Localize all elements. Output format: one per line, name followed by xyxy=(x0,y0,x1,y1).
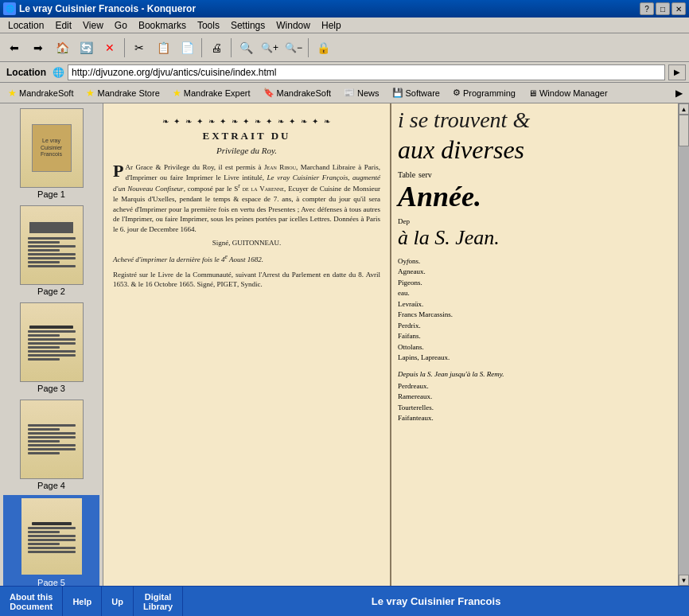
menu-location[interactable]: Location xyxy=(3,18,49,33)
titlebar: 🌐 Le vray Cuisinier Francois - Konqueror… xyxy=(0,0,689,18)
table-header: Table serv xyxy=(398,170,671,179)
digital-line1: Digital xyxy=(145,592,172,602)
menu-go[interactable]: Go xyxy=(110,18,132,33)
find-button[interactable]: 🔍 xyxy=(235,37,257,59)
bookmarks-more-button[interactable]: ▶ xyxy=(672,86,686,100)
bookmark-mandrakesoft-1[interactable]: ★ MandrakeSoft xyxy=(3,86,78,100)
menu-tools[interactable]: Tools xyxy=(193,18,224,33)
scroll-thumb[interactable] xyxy=(679,115,689,146)
security-button[interactable]: 🔒 xyxy=(312,37,334,59)
bookmark-mandrakesoft-2[interactable]: 🔖 MandrakeSoft xyxy=(259,86,336,99)
thumbnail-image-1: Le vrayCuisinierFrancois xyxy=(20,108,84,188)
dep-label-display: Dep xyxy=(398,217,671,225)
minimize-button[interactable]: ? xyxy=(640,2,654,15)
viewer-scrollbar: ▲ ▼ xyxy=(678,103,689,586)
left-page: ❧ ✦ ❧ ✦ ❧ ✦ ❧ ✦ ❧ ✦ ❧ ✦ ❧ ✦ ❧ EXTRAIT DU… xyxy=(103,103,390,586)
thumbnail-image-5 xyxy=(20,497,84,576)
close-button[interactable]: ✕ xyxy=(671,2,686,15)
registre-text: Registré sur le Livre de la Communauté, … xyxy=(113,270,380,290)
toolbar-separator4 xyxy=(308,38,309,57)
maximize-button[interactable]: □ xyxy=(656,2,670,15)
list-item: Ottolans. xyxy=(398,342,671,353)
star-icon: ★ xyxy=(173,88,181,99)
scroll-down-button[interactable]: ▼ xyxy=(679,575,689,586)
scroll-up-button[interactable]: ▲ xyxy=(679,103,689,115)
toolbar-separator2 xyxy=(201,38,202,57)
saint-jean-label: à la S. Jean. xyxy=(398,226,500,249)
zoom-out-button[interactable]: 🔍− xyxy=(282,37,305,59)
signed-guitonneau: Signé, GUITONNEAU. xyxy=(113,239,380,248)
reload-button[interactable]: 🔄 xyxy=(75,37,97,59)
annee-text: Année. xyxy=(398,182,671,211)
zoom-in-button[interactable]: 🔍+ xyxy=(259,37,281,59)
right-page-content: i se trouvent & aux diverses Table serv … xyxy=(391,103,678,586)
large-text-line2: aux diverses xyxy=(398,135,524,164)
document-spread: ❧ ✦ ❧ ✦ ❧ ✦ ❧ ✦ ❧ ✦ ❧ ✦ ❧ ✦ ❧ EXTRAIT DU… xyxy=(103,103,678,586)
copy-button[interactable]: 📋 xyxy=(152,37,174,59)
forward-button[interactable]: ➡ xyxy=(27,37,49,59)
titlebar-left: 🌐 Le vray Cuisinier Francois - Konqueror xyxy=(3,2,196,15)
bookmark-label: Mandrake Expert xyxy=(184,88,251,98)
page4-label: Page 4 xyxy=(37,481,65,490)
bookmarksbar: ★ MandrakeSoft ★ Mandrake Store ★ Mandra… xyxy=(0,83,689,103)
toolbar-separator3 xyxy=(231,38,232,57)
list-item: Perdrix. xyxy=(398,321,671,332)
home-button[interactable]: 🏠 xyxy=(51,37,73,59)
toolbar: ⬅ ➡ 🏠 🔄 ✕ ✂ 📋 📄 🖨 🔍 🔍+ 🔍− 🔒 xyxy=(0,33,689,62)
help-button[interactable]: Help xyxy=(63,587,102,616)
annee-label: Année. xyxy=(398,181,481,212)
thumbnail-list: Le vrayCuisinierFrancois Page 1 xyxy=(0,103,103,586)
bookmark-window-manager[interactable]: 🖥 Window Manager xyxy=(524,87,613,99)
bookmark-programming[interactable]: ⚙ Programming xyxy=(448,86,520,99)
menu-edit[interactable]: Edit xyxy=(50,18,76,33)
about-line2: Document xyxy=(10,602,53,611)
bookmark-mandrake-expert[interactable]: ★ Mandrake Expert xyxy=(168,86,255,100)
location-go-button[interactable]: ▶ xyxy=(668,64,686,80)
page2-label: Page 2 xyxy=(37,287,65,296)
page-subtitle-privilege: Privilege du Roy. xyxy=(113,145,380,156)
bookmark-label: News xyxy=(357,88,380,98)
star-icon: ★ xyxy=(86,88,95,99)
bookmark-mandrake-store[interactable]: ★ Mandrake Store xyxy=(81,86,164,100)
menu-settings[interactable]: Settings xyxy=(226,18,270,33)
thumbnail-page4[interactable]: Page 4 xyxy=(3,398,99,492)
thumbnail-sidebar: Le vrayCuisinierFrancois Page 1 xyxy=(0,103,103,586)
print-button[interactable]: 🖨 xyxy=(205,37,228,59)
thumbnail-page5[interactable]: Page 5 xyxy=(3,495,99,586)
bookmark-icon: 📰 xyxy=(344,88,355,98)
menu-view[interactable]: View xyxy=(78,18,108,33)
thumbnail-page3[interactable]: Page 3 xyxy=(3,301,99,395)
stop-button[interactable]: ✕ xyxy=(99,37,121,59)
bookmark-software[interactable]: 💾 Software xyxy=(387,86,445,99)
large-text-2: aux diverses xyxy=(398,136,671,164)
paste-button[interactable]: 📄 xyxy=(176,37,198,59)
thumbnail-image-4 xyxy=(20,400,84,479)
menu-bookmarks[interactable]: Bookmarks xyxy=(134,18,191,33)
thumbnail-page1[interactable]: Le vrayCuisinierFrancois Page 1 xyxy=(3,107,99,201)
thumbnail-image-3 xyxy=(20,302,84,382)
menu-window[interactable]: Window xyxy=(271,18,315,33)
app-icon: 🌐 xyxy=(3,2,16,15)
bookmark-news[interactable]: 📰 News xyxy=(339,86,384,99)
privilege-text: PAr Grace & Privilege du Roy, il est per… xyxy=(113,162,380,234)
location-label: Location xyxy=(3,67,49,78)
locationbar: Location 🌐 ▶ xyxy=(0,62,689,83)
scroll-track[interactable] xyxy=(679,115,689,575)
back-button[interactable]: ⬅ xyxy=(3,37,25,59)
menu-help[interactable]: Help xyxy=(317,18,346,33)
saint-jean-text: à la S. Jean. xyxy=(398,227,671,250)
page5-label: Page 5 xyxy=(37,578,65,586)
left-page-content: ❧ ✦ ❧ ✦ ❧ ✦ ❧ ✦ ❧ ✦ ❧ ✦ ❧ ✦ ❧ EXTRAIT DU… xyxy=(103,103,390,296)
about-document-button[interactable]: About this Document xyxy=(0,587,63,616)
location-input[interactable] xyxy=(68,64,665,80)
page3-label: Page 3 xyxy=(37,384,65,393)
digital-library-button[interactable]: Digital Library xyxy=(134,587,183,616)
bookmark-label: Software xyxy=(406,88,440,98)
main-content: Le vrayCuisinierFrancois Page 1 xyxy=(0,103,689,586)
thumbnail-page2[interactable]: Page 2 xyxy=(3,204,99,298)
ornament-top: ❧ ✦ ❧ ✦ ❧ ✦ ❧ ✦ ❧ ✦ ❧ ✦ ❧ ✦ ❧ xyxy=(113,116,380,127)
bookmark-icon: 💾 xyxy=(392,88,403,98)
cut-button[interactable]: ✂ xyxy=(128,37,150,59)
up-button[interactable]: Up xyxy=(102,587,134,616)
serve-label: serv xyxy=(418,170,432,179)
